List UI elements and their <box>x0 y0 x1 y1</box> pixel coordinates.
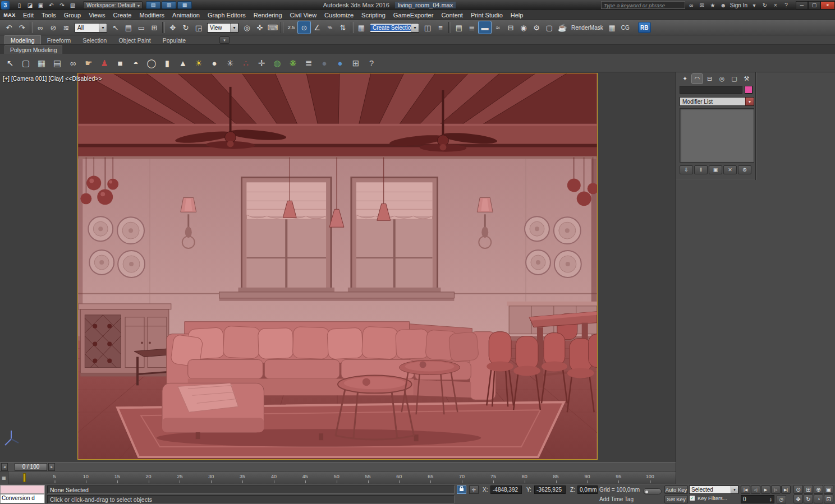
play-button[interactable]: ▶ <box>761 485 770 494</box>
zoom-all-icon[interactable]: ⊞ <box>804 485 813 494</box>
align-icon[interactable]: ≡ <box>434 21 447 34</box>
application-menu-button[interactable]: MAX <box>0 12 19 18</box>
ribbon-tab[interactable]: Selection <box>77 36 112 44</box>
modifier-stack[interactable] <box>680 108 754 163</box>
ribbon-toggle-icon[interactable]: ▬ <box>479 21 491 34</box>
rendered-frame-window-icon[interactable]: ▢ <box>543 21 556 34</box>
app-logo-icon[interactable]: 3 <box>1 1 10 10</box>
time-slider[interactable]: ◂ 0 / 100 ▸ <box>0 462 676 471</box>
signin-caret-icon[interactable]: ▾ <box>750 1 759 10</box>
select-and-manipulate-icon[interactable]: ✜ <box>254 21 266 34</box>
bind-to-space-warp-icon[interactable]: ≋ <box>60 21 72 34</box>
status-pill-button[interactable] <box>643 488 662 494</box>
axis-gizmo-icon[interactable]: ✛ <box>254 56 269 71</box>
mirror-icon[interactable]: ◫ <box>421 21 434 34</box>
ribbon-tab[interactable]: Populate <box>157 36 191 44</box>
zoom-icon[interactable]: ⊙ <box>793 485 803 494</box>
menu-item[interactable]: Civil View <box>286 11 320 20</box>
snaps-toggle-icon[interactable]: ⊙ <box>298 21 310 34</box>
select-and-rotate-icon[interactable]: ↻ <box>180 21 192 34</box>
menu-item[interactable]: Customize <box>320 11 357 20</box>
add-layer-icon[interactable]: ⊞ <box>348 56 363 71</box>
sync-icon[interactable]: ↻ <box>760 1 769 10</box>
macro-recorder-strip[interactable] <box>0 485 45 494</box>
rb-plugin-badge[interactable]: RB <box>638 22 651 33</box>
maxscript-mini-listener[interactable]: Conversion d <box>0 494 45 503</box>
hierarchy-tab-icon[interactable]: ⊟ <box>704 74 715 84</box>
rendered-frame-icon[interactable]: ▦ <box>606 21 618 34</box>
maximize-button[interactable]: ▢ <box>808 1 820 10</box>
menu-item[interactable]: Create <box>109 11 135 20</box>
cone-primitive-icon[interactable]: ▲ <box>176 56 190 71</box>
edit-named-selection-sets-icon[interactable]: ▦ <box>355 21 368 34</box>
dome-primitive-icon[interactable]: ◓ <box>129 56 143 71</box>
reference-coordinate-dropdown[interactable]: View <box>207 23 238 33</box>
time-slider-prev-button[interactable]: ◂ <box>1 463 8 471</box>
select-and-move-icon[interactable]: ✥ <box>167 21 179 34</box>
create-tab-icon[interactable]: ✦ <box>680 74 690 84</box>
redo-icon[interactable]: ↷ <box>16 21 28 34</box>
remove-modifier-button[interactable]: ✕ <box>723 165 737 174</box>
angle-snap-icon[interactable]: ∠ <box>311 21 323 34</box>
communication-center-icon[interactable]: ✉ <box>698 1 706 10</box>
motion-tab-icon[interactable]: ◎ <box>717 74 727 84</box>
panel-resize-handle[interactable] <box>755 72 756 180</box>
percent-snap-icon[interactable]: % <box>324 21 336 34</box>
search-go-icon[interactable]: ∞ <box>687 1 696 10</box>
select-and-scale-icon[interactable]: ◲ <box>192 21 205 34</box>
close-button[interactable]: × <box>820 1 835 10</box>
blue-orb-icon[interactable]: ● <box>333 56 347 71</box>
crowd-people-icon[interactable]: ♟ <box>97 56 112 71</box>
zoom-region-icon[interactable]: ▣ <box>824 485 833 494</box>
torus-primitive-icon[interactable]: ◯ <box>144 56 159 71</box>
cylinder-primitive-icon[interactable]: ▮ <box>160 56 175 71</box>
cg-label[interactable]: CG <box>621 25 630 31</box>
chain-link-icon[interactable]: ∞ <box>66 56 80 71</box>
viewport-area[interactable]: [+] [Camera 001] [Clay] <<Disabled>> <box>0 72 676 462</box>
schematic-view-icon[interactable]: ⊟ <box>504 21 517 34</box>
lattice-icon[interactable]: ✳ <box>223 56 237 71</box>
add-time-tag-button[interactable]: Add Time Tag <box>599 496 634 502</box>
redo-button[interactable]: ↷ <box>57 1 67 10</box>
object-name-field[interactable] <box>680 86 742 94</box>
menu-item[interactable]: Print Studio <box>467 11 507 20</box>
ribbon-tab[interactable]: Modeling <box>4 35 41 44</box>
help-icon[interactable]: ? <box>782 1 791 10</box>
display-monitor-icon[interactable]: ▢ <box>19 56 33 71</box>
modifier-list-dropdown[interactable]: Modifier List <box>680 97 754 106</box>
select-object-icon[interactable]: ↖ <box>109 21 122 34</box>
favorites-icon[interactable]: ★ <box>708 1 717 10</box>
modify-tab-icon[interactable]: ◠ <box>692 74 703 84</box>
workspace-extra-button-3[interactable]: ▦ <box>177 1 192 9</box>
go-to-end-button[interactable]: ▶| <box>781 485 791 494</box>
previous-frame-button[interactable]: ◁ <box>751 485 760 494</box>
menu-item[interactable]: Rendering <box>250 11 286 20</box>
menu-item[interactable]: Modifiers <box>135 11 168 20</box>
menu-item[interactable]: Views <box>85 11 109 20</box>
spinner-icon[interactable]: ▲▼ <box>769 497 772 502</box>
ribbon-tab[interactable]: Freeform <box>42 36 77 44</box>
render-setup-icon[interactable]: ⚙ <box>530 21 543 34</box>
use-pivot-point-center-icon[interactable]: ◎ <box>241 21 253 34</box>
snaps-25-icon[interactable]: 2.5 <box>285 21 297 34</box>
save-file-button[interactable]: ▣ <box>36 1 45 10</box>
spinner-snap-icon[interactable]: ⇅ <box>337 21 349 34</box>
absolute-mode-icon[interactable]: ✛ <box>469 485 479 494</box>
time-configuration-button[interactable]: ◷ <box>777 495 786 503</box>
open-file-button[interactable]: ◪ <box>25 1 35 10</box>
track-bar[interactable]: ▦ 5 10 15 20 25 30 35 40 45 50 <box>0 471 676 484</box>
sign-in-button[interactable]: Sign In <box>730 2 747 8</box>
workspace-extra-button-2[interactable]: ▥ <box>162 1 176 9</box>
x-coordinate-field[interactable]: -4848,392 <box>490 485 522 494</box>
menu-item[interactable]: Animation <box>168 11 204 20</box>
new-scene-button[interactable]: ▯ <box>15 1 24 10</box>
minimize-button[interactable]: ─ <box>796 1 808 10</box>
selection-filter-dropdown[interactable]: All <box>75 23 107 33</box>
keyboard-shortcut-override-icon[interactable]: ⌨ <box>267 21 279 34</box>
sun-light-icon[interactable]: ☀ <box>191 56 206 71</box>
ribbon-minimize-button[interactable] <box>219 36 230 44</box>
y-coordinate-field[interactable]: -3625,925 <box>534 485 566 494</box>
zoom-extents-icon[interactable]: ⊕ <box>814 485 823 494</box>
key-selection-dropdown[interactable]: Selected <box>689 485 738 494</box>
spreadsheet-icon[interactable]: ▦ <box>34 56 49 71</box>
